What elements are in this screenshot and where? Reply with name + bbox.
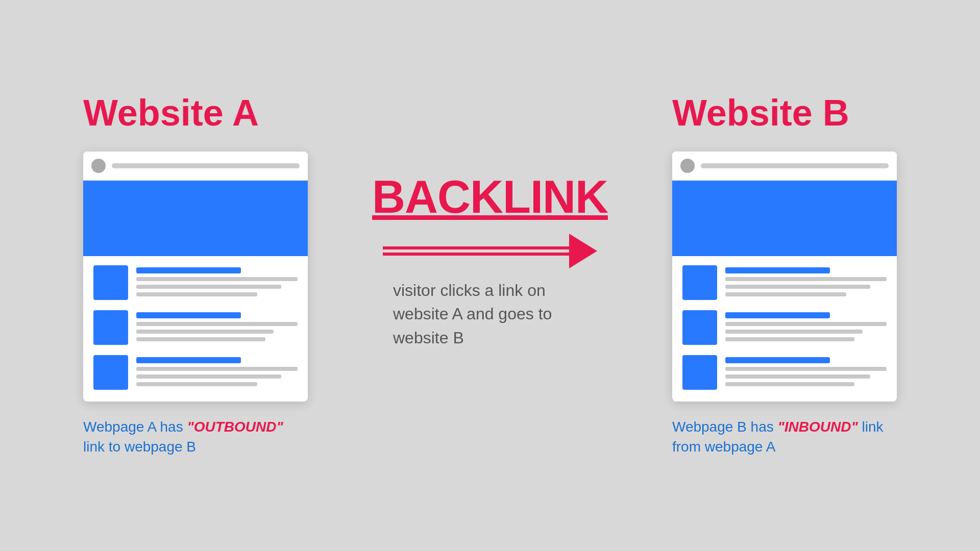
line-text-a-2-1 xyxy=(136,322,298,326)
line-text-b-2-3 xyxy=(725,337,854,341)
caption-a-emphasis: "OUTBOUND" xyxy=(187,419,283,435)
caption-b-emphasis: "INBOUND" xyxy=(778,419,858,435)
caption-a-after: link to webpage B xyxy=(83,439,196,455)
content-row-a-1 xyxy=(93,265,298,300)
website-a-section: Website A xyxy=(83,94,308,457)
main-container: Website A xyxy=(0,0,980,551)
line-title-b-3 xyxy=(725,357,830,363)
content-area-b xyxy=(672,256,897,402)
line-text-b-3-2 xyxy=(725,374,870,379)
content-area-a xyxy=(83,256,308,402)
content-thumb-b-3 xyxy=(682,355,717,390)
visitor-text-line2: website A and goes to website B xyxy=(393,305,552,346)
content-lines-b-3 xyxy=(725,355,887,386)
content-row-b-2 xyxy=(682,310,887,345)
website-a-title-letter: A xyxy=(232,92,259,133)
content-lines-b-1 xyxy=(725,265,887,296)
website-a-mockup xyxy=(83,152,308,402)
line-text-b-1-2 xyxy=(725,285,870,289)
line-text-a-3-3 xyxy=(136,382,257,386)
browser-chrome-b xyxy=(672,152,897,181)
content-row-a-2 xyxy=(93,310,298,345)
line-text-a-3-1 xyxy=(136,367,298,371)
content-lines-a-3 xyxy=(136,355,298,386)
line-text-a-1-3 xyxy=(136,292,257,296)
line-text-a-1-2 xyxy=(136,285,281,289)
website-a-caption: Webpage A has "OUTBOUND" link to webpage… xyxy=(83,417,308,457)
content-thumb-b-1 xyxy=(682,265,717,300)
content-thumb-b-2 xyxy=(682,310,717,345)
arrow-line-2 xyxy=(383,253,569,256)
line-text-a-2-3 xyxy=(136,337,265,341)
line-title-a-3 xyxy=(136,357,241,363)
browser-dot-a xyxy=(91,159,106,173)
content-thumb-a-1 xyxy=(93,265,128,300)
content-lines-b-2 xyxy=(725,310,887,341)
website-a-title: Website A xyxy=(83,94,259,131)
line-text-b-1-3 xyxy=(725,292,846,296)
website-b-caption: Webpage B has "INBOUND" link from webpag… xyxy=(672,417,897,457)
line-title-a-2 xyxy=(136,312,241,318)
caption-a-before: Webpage A has xyxy=(83,419,187,435)
content-row-b-1 xyxy=(682,265,887,300)
line-text-b-1-1 xyxy=(725,277,887,281)
line-text-b-3-3 xyxy=(725,382,854,386)
arrow-head xyxy=(569,234,597,268)
line-text-b-2-2 xyxy=(725,330,863,334)
website-a-title-text: Website xyxy=(83,92,232,133)
middle-section: BACKLINK visitor clicks a link on websit… xyxy=(372,171,608,349)
hero-banner-b xyxy=(672,181,897,256)
content-thumb-a-2 xyxy=(93,310,128,345)
line-title-b-2 xyxy=(725,312,830,318)
content-lines-a-1 xyxy=(136,265,298,296)
caption-b-before: Webpage B has xyxy=(672,419,778,435)
browser-bar-a xyxy=(112,163,300,168)
line-text-a-3-2 xyxy=(136,374,281,379)
website-b-title-text: Website xyxy=(672,92,823,133)
browser-dot-b xyxy=(680,159,695,173)
content-row-b-3 xyxy=(682,355,887,390)
website-b-title: Website B xyxy=(672,94,849,131)
browser-chrome-a xyxy=(83,152,308,181)
website-b-title-letter: B xyxy=(823,92,849,133)
backlink-label: BACKLINK xyxy=(372,171,608,223)
hero-banner-a xyxy=(83,181,308,256)
line-text-a-1-1 xyxy=(136,277,298,281)
browser-bar-b xyxy=(701,163,889,168)
arrow-lines xyxy=(383,246,569,256)
content-thumb-a-3 xyxy=(93,355,128,390)
line-title-a-1 xyxy=(136,267,241,273)
website-b-section: Website B xyxy=(672,94,897,457)
visitor-text-line1: visitor clicks a link on xyxy=(393,281,546,299)
website-b-mockup xyxy=(672,152,897,402)
line-text-a-2-2 xyxy=(136,330,274,334)
arrow-line-1 xyxy=(383,246,569,249)
line-text-b-2-1 xyxy=(725,322,887,326)
visitor-description: visitor clicks a link on website A and g… xyxy=(393,279,587,349)
line-title-b-1 xyxy=(725,267,830,273)
arrow-container xyxy=(383,234,597,268)
line-text-b-3-1 xyxy=(725,367,887,371)
content-row-a-3 xyxy=(93,355,298,390)
content-lines-a-2 xyxy=(136,310,298,341)
